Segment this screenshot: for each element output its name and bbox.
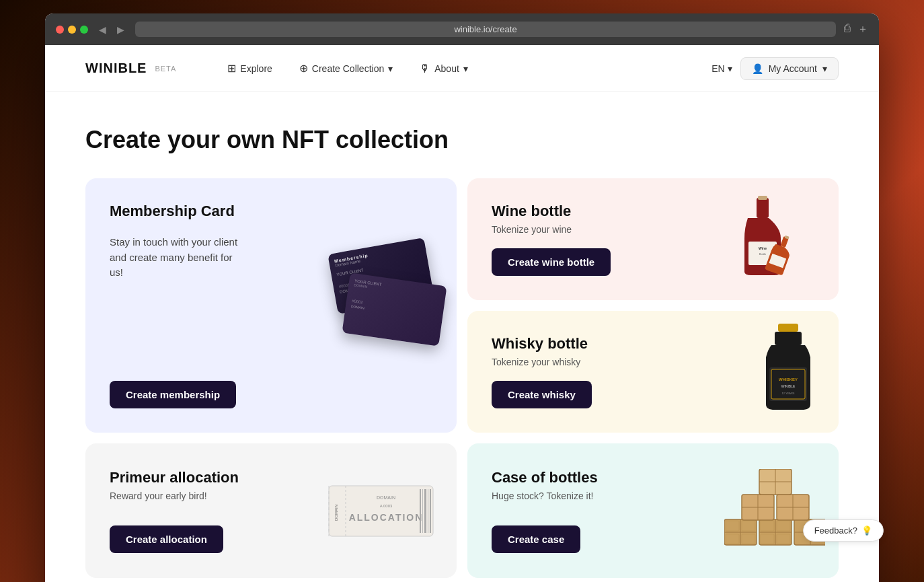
svg-rect-22 <box>422 489 423 533</box>
whisky-bottle-image: WHISKEY WINIBLE 12 YEARS <box>751 324 825 421</box>
maximize-button[interactable] <box>80 26 88 34</box>
navbar: WINIBLE Beta ⊞ Explore ⊕ Create Collecti… <box>45 45 879 92</box>
beta-badge: Beta <box>155 65 176 73</box>
svg-text:WINIBLE: WINIBLE <box>781 384 796 388</box>
right-column: Wine bottle Tokenize your wine Create wi… <box>467 178 839 433</box>
svg-rect-0 <box>757 198 769 218</box>
back-button[interactable]: ◀ <box>96 23 109 36</box>
svg-rect-4 <box>758 196 767 200</box>
svg-text:WHISKEY: WHISKEY <box>779 377 798 381</box>
create-collection-icon: ⊕ <box>299 62 308 75</box>
user-icon: 👤 <box>752 63 763 74</box>
membership-card: Membership Card Stay in touch with your … <box>85 178 457 433</box>
svg-rect-25 <box>430 489 431 533</box>
page-title: Create your own NFT collection <box>85 126 839 154</box>
nav-links: ⊞ Explore ⊕ Create Collection ▾ 🎙 About … <box>217 57 711 80</box>
svg-text:ALLOCATION: ALLOCATION <box>349 512 424 523</box>
create-collection-link[interactable]: ⊕ Create Collection ▾ <box>288 57 403 80</box>
explore-label: Explore <box>240 63 272 74</box>
create-wine-button[interactable]: Create wine bottle <box>492 248 611 276</box>
create-allocation-button[interactable]: Create allocation <box>110 525 223 553</box>
allocation-ticket-image: DOMAIN DOMAIN A 0003 ALLOCATION <box>325 472 436 549</box>
forward-button[interactable]: ▶ <box>114 23 127 36</box>
svg-rect-21 <box>420 489 421 533</box>
my-account-label: My Account <box>769 63 817 74</box>
nav-right: EN ▾ 👤 My Account ▾ <box>711 57 839 80</box>
svg-text:A 0003: A 0003 <box>380 504 393 508</box>
language-selector[interactable]: EN ▾ <box>711 63 732 74</box>
my-account-button[interactable]: 👤 My Account ▾ <box>740 57 839 80</box>
wine-card: Wine bottle Tokenize your wine Create wi… <box>467 178 839 300</box>
create-case-button[interactable]: Create case <box>492 525 580 553</box>
about-label: About <box>434 63 459 74</box>
svg-rect-8 <box>778 324 798 332</box>
svg-rect-23 <box>424 489 426 533</box>
membership-card-description: Stay in touch with your client and creat… <box>110 235 244 281</box>
svg-rect-9 <box>775 332 802 345</box>
logo[interactable]: WINIBLE Beta <box>85 61 176 76</box>
feedback-icon: 💡 <box>861 525 872 536</box>
create-membership-button[interactable]: Create membership <box>110 381 236 408</box>
svg-rect-24 <box>428 489 428 533</box>
svg-text:DOMAIN: DOMAIN <box>334 505 338 521</box>
cases-card: Case of bottles Huge stock? Tokenize it!… <box>467 443 839 578</box>
traffic-lights <box>56 26 88 34</box>
about-link[interactable]: 🎙 About ▾ <box>409 57 479 80</box>
wine-bottle-image: Wine Bottle <box>718 194 825 285</box>
browser-window: ◀ ▶ winible.io/create ⎙ ＋ WINIBLE Beta ⊞… <box>45 13 879 582</box>
membership-cards-image: Membership Domain Name YOUR CLIENT #0001… <box>302 232 436 367</box>
membership-card-title: Membership Card <box>110 203 432 220</box>
address-bar[interactable]: winible.io/create <box>135 22 836 37</box>
wine-bottle-svg: Wine Bottle <box>718 194 825 282</box>
url-text: winible.io/create <box>143 24 828 34</box>
allocation-ticket-svg: DOMAIN DOMAIN A 0003 ALLOCATION <box>325 472 436 546</box>
create-whisky-button[interactable]: Create whisky <box>492 381 592 408</box>
chevron-down-icon: ▾ <box>388 63 393 74</box>
browser-chrome: ◀ ▶ winible.io/create ⎙ ＋ <box>45 13 879 45</box>
about-chevron-icon: ▾ <box>463 63 468 74</box>
allocation-card: Primeur allocation Reward your early bir… <box>85 443 457 578</box>
lang-label: EN <box>711 63 724 74</box>
main-content: Create your own NFT collection Membershi… <box>45 92 879 582</box>
close-button[interactable] <box>56 26 64 34</box>
svg-text:Wine: Wine <box>759 246 767 250</box>
membership-card-front: YOUR CLIENT DOMAIN #0002 DOMAIN <box>342 272 447 346</box>
explore-link[interactable]: ⊞ Explore <box>217 57 282 80</box>
logo-text: WINIBLE <box>85 61 147 76</box>
feedback-label: Feedback? <box>814 525 857 536</box>
svg-rect-15 <box>329 486 433 536</box>
share-icon[interactable]: ⎙ <box>844 22 851 36</box>
browser-controls: ◀ ▶ <box>96 23 127 36</box>
about-icon: 🎙 <box>420 63 430 75</box>
account-chevron-icon: ▾ <box>822 63 827 74</box>
svg-text:12 YEARS: 12 YEARS <box>781 392 794 395</box>
feedback-button[interactable]: Feedback? 💡 <box>803 519 884 542</box>
browser-actions: ⎙ ＋ <box>844 22 868 36</box>
lang-chevron-icon: ▾ <box>728 63 732 74</box>
whisky-card: Whisky bottle Tokenize your whisky Creat… <box>467 311 839 433</box>
cards-grid: Membership Card Stay in touch with your … <box>85 178 839 578</box>
whisky-bottle-svg: WHISKEY WINIBLE 12 YEARS <box>751 324 825 418</box>
create-collection-label: Create Collection <box>312 63 384 74</box>
minimize-button[interactable] <box>68 26 76 34</box>
svg-text:Bottle: Bottle <box>759 252 767 256</box>
explore-icon: ⊞ <box>227 62 236 75</box>
new-tab-icon[interactable]: ＋ <box>857 22 868 36</box>
svg-text:DOMAIN: DOMAIN <box>377 495 395 500</box>
